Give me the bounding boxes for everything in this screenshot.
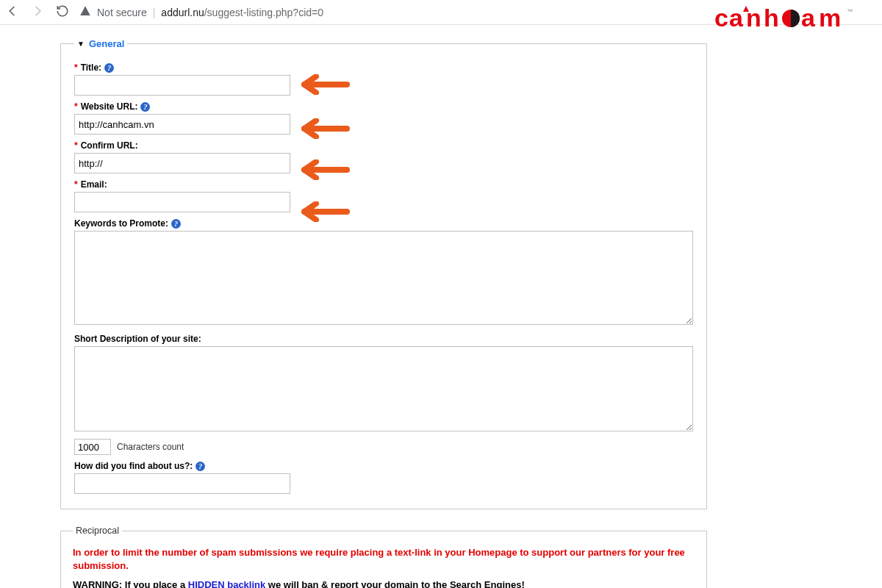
description-label: Short Description of your site: — [74, 334, 201, 344]
reciprocal-notice: In order to limit the number of spam sub… — [73, 546, 695, 572]
required-marker: * — [74, 179, 78, 190]
svg-text:m: m — [819, 4, 841, 32]
required-marker: * — [74, 62, 78, 73]
confirm-url-input[interactable] — [74, 153, 290, 173]
reload-button[interactable] — [56, 4, 69, 21]
general-fieldset: ▼General *Title:? *Website URL:? *Confir… — [60, 38, 707, 509]
help-icon[interactable]: ? — [140, 102, 150, 112]
reciprocal-warning: WARNING: If you place a HIDDEN backlink … — [73, 579, 695, 588]
page-content: ▼General *Title:? *Website URL:? *Confir… — [0, 25, 882, 588]
nav-buttons — [6, 4, 69, 21]
url-text: addurl.nu/suggest-listing.php?cid=0 — [161, 7, 323, 18]
website-url-input[interactable] — [74, 114, 290, 135]
title-input[interactable] — [74, 75, 290, 96]
how-find-input[interactable] — [74, 473, 290, 494]
keywords-label: Keywords to Promote: — [74, 218, 168, 229]
security-status: Not secure — [97, 7, 147, 18]
collapse-icon: ▼ — [77, 40, 85, 48]
svg-text:a: a — [801, 4, 816, 32]
annotation-arrow-icon — [300, 74, 353, 95]
confirm-url-label: Confirm URL: — [81, 140, 138, 151]
field-title: *Title:? — [74, 62, 693, 96]
svg-text:n: n — [746, 4, 761, 32]
insecure-icon — [79, 5, 91, 19]
email-label: Email: — [81, 179, 107, 190]
char-count-value[interactable] — [74, 439, 111, 455]
required-marker: * — [74, 140, 78, 151]
forward-button[interactable] — [31, 4, 44, 21]
email-input[interactable] — [74, 192, 290, 212]
keywords-textarea[interactable] — [74, 231, 693, 325]
svg-text:a: a — [729, 4, 744, 32]
title-label: Title: — [81, 62, 101, 73]
help-icon[interactable]: ? — [171, 219, 181, 229]
svg-text:c: c — [714, 4, 728, 32]
char-count-row: Characters count — [74, 439, 693, 455]
description-textarea[interactable] — [74, 346, 693, 431]
char-count-label: Characters count — [117, 442, 184, 452]
brand-watermark: c a n h a m ™ — [714, 4, 876, 34]
reciprocal-legend: Reciprocal — [73, 526, 122, 536]
field-website-url: *Website URL:? — [74, 101, 693, 135]
field-how-find: How did you find about us?:? — [74, 461, 693, 494]
annotation-arrow-icon — [300, 118, 353, 139]
field-keywords: Keywords to Promote:? — [74, 218, 693, 328]
help-icon[interactable]: ? — [104, 63, 114, 73]
annotation-arrow-icon — [300, 201, 353, 222]
website-url-label: Website URL: — [81, 101, 138, 112]
field-description: Short Description of your site: Characte… — [74, 334, 693, 455]
general-legend[interactable]: ▼General — [74, 38, 127, 49]
address-separator: | — [153, 7, 156, 18]
how-find-label: How did you find about us?: — [74, 461, 193, 471]
annotation-arrow-icon — [300, 159, 353, 180]
help-icon[interactable]: ? — [196, 462, 205, 471]
field-email: *Email: — [74, 179, 693, 212]
required-marker: * — [74, 101, 78, 112]
svg-text:™: ™ — [847, 8, 853, 15]
back-button[interactable] — [6, 4, 19, 21]
field-confirm-url: *Confirm URL: — [74, 140, 693, 173]
svg-text:h: h — [764, 4, 779, 32]
reciprocal-fieldset: Reciprocal In order to limit the number … — [60, 526, 707, 588]
